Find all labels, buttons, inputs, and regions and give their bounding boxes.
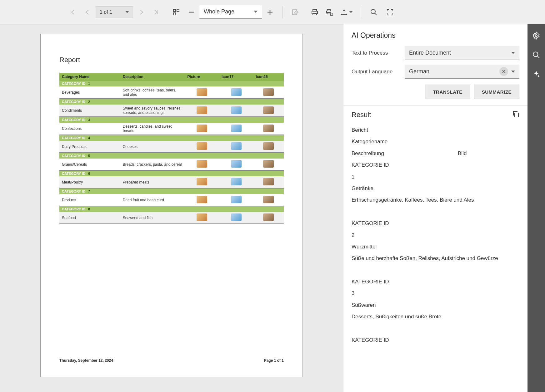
- export-button[interactable]: [338, 5, 355, 19]
- report-table: Category Name Description Picture Icon17…: [59, 73, 284, 224]
- result-line: Bericht: [352, 124, 519, 136]
- result-line: Kategoriename: [352, 136, 519, 147]
- result-line: KATEGORIE ID: [352, 159, 519, 171]
- product-icon17: [231, 106, 242, 114]
- search-button[interactable]: [367, 5, 381, 19]
- category-header-row: CATEGORY ID 1: [59, 81, 284, 86]
- table-row: CondimentsSweet and savory sauces, relis…: [59, 105, 284, 117]
- svg-point-14: [533, 52, 538, 56]
- result-line: KATEGORIE ID: [352, 218, 519, 229]
- clear-language-button[interactable]: [499, 67, 508, 76]
- zoom-out-button[interactable]: [184, 5, 198, 19]
- product-picture-icon: [197, 213, 207, 221]
- multipage-view-button[interactable]: [169, 5, 183, 19]
- ai-operations-panel: AI Operations Text to Process Entire Doc…: [343, 24, 528, 392]
- product-icon25: [263, 142, 274, 150]
- print-button[interactable]: [308, 5, 322, 19]
- col-icon25: Icon25: [253, 73, 284, 81]
- category-header-row: CATEGORY ID 7: [59, 188, 284, 194]
- ai-tab[interactable]: [531, 69, 542, 80]
- product-icon25: [263, 125, 274, 132]
- category-header-row: CATEGORY ID 2: [59, 99, 284, 105]
- zoom-selector[interactable]: Whole Page: [199, 5, 262, 19]
- col-picture: Picture: [185, 73, 219, 81]
- chevron-down-icon: [349, 11, 353, 13]
- prev-page-button[interactable]: [81, 5, 94, 19]
- footer-date: Thursday, September 12, 2024: [59, 358, 113, 363]
- result-line: Erfrischungsgetränke, Kaffees, Tees, Bie…: [352, 194, 519, 206]
- output-language-label: Output Language: [352, 69, 405, 75]
- result-line: Süßwaren: [352, 299, 519, 311]
- toolbar: 1 of 1 Whole Page: [0, 0, 545, 24]
- col-description: Description: [120, 73, 185, 81]
- product-icon25: [263, 196, 274, 203]
- document-viewer: Report Category Name Description Picture…: [0, 24, 343, 392]
- product-icon17: [231, 142, 242, 150]
- chevron-down-icon: [511, 71, 515, 73]
- search-tab[interactable]: [531, 49, 542, 61]
- product-icon17: [231, 160, 242, 168]
- result-line: Getränke: [352, 183, 519, 194]
- result-line: [352, 206, 519, 218]
- zoom-in-button[interactable]: [263, 5, 277, 19]
- product-icon25: [263, 88, 274, 96]
- settings-tab[interactable]: [531, 30, 542, 41]
- text-to-process-value: Entire Document: [409, 50, 451, 56]
- sidebar: [528, 24, 545, 392]
- result-body: BerichtKategorienameBeschreibungBildKATE…: [343, 122, 528, 392]
- col-category-name: Category Name: [59, 73, 120, 81]
- next-page-button[interactable]: [134, 5, 148, 19]
- svg-rect-12: [514, 113, 518, 117]
- category-header-row: CATEGORY ID 5: [59, 153, 284, 159]
- svg-rect-2: [173, 13, 176, 15]
- translate-button[interactable]: TRANSLATE: [425, 85, 470, 99]
- result-line: KATEGORIE ID: [352, 276, 519, 287]
- table-row: Grains/CerealsBreads, crackers, pasta, a…: [59, 159, 284, 170]
- product-icon25: [263, 213, 274, 221]
- report-title: Report: [59, 56, 284, 64]
- chevron-down-icon: [125, 11, 129, 13]
- svg-rect-10: [330, 13, 333, 15]
- svg-point-13: [535, 35, 538, 37]
- edit-button[interactable]: [288, 5, 302, 19]
- table-row: BeveragesSoft drinks, coffees, teas, bee…: [59, 86, 284, 99]
- panel-title: AI Operations: [352, 31, 519, 40]
- chevron-down-icon: [254, 11, 258, 13]
- output-language-value: German: [409, 68, 429, 75]
- table-row: Dairy ProductsCheeses: [59, 141, 284, 153]
- print-current-button[interactable]: [323, 5, 337, 19]
- page-display: 1 of 1: [100, 9, 112, 15]
- product-picture-icon: [197, 142, 207, 150]
- result-line: [352, 264, 519, 276]
- zoom-display: Whole Page: [204, 8, 234, 15]
- product-icon17: [231, 196, 242, 203]
- output-language-select[interactable]: German: [405, 65, 519, 79]
- col-icon17: Icon17: [219, 73, 253, 81]
- table-row: Meat/PoultryPrepared meats: [59, 176, 284, 188]
- page-selector[interactable]: 1 of 1: [96, 6, 133, 18]
- product-icon17: [231, 178, 242, 185]
- first-page-button[interactable]: [66, 5, 79, 19]
- summarize-button[interactable]: SUMMARIZE: [474, 85, 519, 99]
- category-header-row: CATEGORY ID 4: [59, 135, 284, 141]
- last-page-button[interactable]: [149, 5, 163, 19]
- product-icon17: [231, 88, 242, 96]
- product-icon25: [263, 106, 274, 114]
- fullscreen-button[interactable]: [383, 5, 397, 19]
- product-icon17: [231, 213, 242, 221]
- svg-rect-0: [173, 9, 176, 12]
- text-to-process-select[interactable]: Entire Document: [405, 46, 519, 60]
- report-page: Report Category Name Description Picture…: [40, 34, 303, 377]
- category-header-row: CATEGORY ID 8: [59, 206, 284, 212]
- product-icon17: [231, 125, 242, 132]
- copy-result-button[interactable]: [512, 110, 519, 119]
- table-row: ConfectionsDesserts, candies, and sweet …: [59, 123, 284, 135]
- result-title: Result: [352, 111, 371, 119]
- product-icon25: [263, 160, 274, 168]
- category-header-row: CATEGORY ID 6: [59, 170, 284, 176]
- result-line: Desserts, Süßigkeiten und süße Brote: [352, 311, 519, 322]
- chevron-down-icon: [511, 52, 515, 54]
- table-row: ProduceDried fruit and bean curd: [59, 194, 284, 206]
- table-row: SeafoodSeaweed and fish: [59, 212, 284, 224]
- product-picture-icon: [197, 106, 207, 114]
